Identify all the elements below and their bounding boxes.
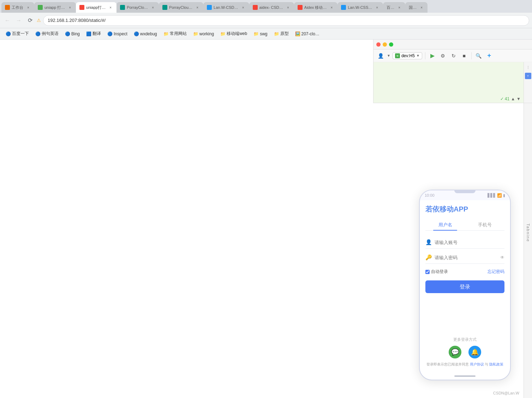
ide-check-count: ✓ 41 — [500, 96, 510, 101]
tab-uniapp2[interactable]: uniapp打… × — [76, 2, 116, 13]
tab-close-aidex[interactable]: × — [286, 5, 291, 10]
ide-sidebar-icon-1[interactable]: ⋮ — [525, 64, 532, 71]
bookmark-bing[interactable]: 🔵 Bing — [62, 30, 83, 38]
phone-bottom-bar — [420, 373, 510, 380]
bookmark-translate[interactable]: 🟦 翻译 — [83, 30, 104, 38]
login-tab-phone[interactable]: 手机号 — [465, 220, 504, 230]
ide-collapse-up-button[interactable]: ▲ — [511, 96, 515, 101]
bookmark-swg[interactable]: 📁 swg — [251, 30, 270, 38]
tab-porray2[interactable]: PorrayClou… × — [159, 2, 203, 13]
bookmark-label-wxdebug: wxdebug — [140, 31, 157, 36]
tab-close-other1[interactable]: × — [397, 5, 402, 10]
bookmark-wxdebug[interactable]: 🔵 wxdebug — [131, 30, 160, 38]
bookmark-prototype[interactable]: 📁 原型 — [271, 30, 292, 38]
bookmark-example-en[interactable]: 🔵 例句英语 — [32, 30, 61, 38]
address-bar: ← → ⟳ ⚠ — [0, 13, 532, 28]
bookmarks-bar: 🔵 百度一下 🔵 例句英语 🔵 Bing 🟦 翻译 🔵 Inspect 🔵 wx… — [0, 28, 532, 40]
tab-aidex[interactable]: aidex- CSD… × — [249, 2, 294, 13]
ide-dev-selector[interactable]: u dev:H5 ▼ — [393, 52, 422, 59]
tab-porray1[interactable]: PorrayClo… × — [116, 2, 159, 13]
watermark: CSDN@Lan.W — [493, 391, 519, 395]
bookmark-mobileweb[interactable]: 📁 移动端web — [217, 30, 250, 38]
account-input[interactable] — [435, 240, 504, 245]
bookmark-common[interactable]: 📁 常用网站 — [161, 30, 190, 38]
tab-lanw[interactable]: Lan.W-CSD… × — [203, 2, 249, 13]
tab-other2[interactable]: 国… × — [405, 2, 428, 13]
tab-close-lanw[interactable]: × — [241, 5, 246, 10]
bookmark-label-working: working — [199, 31, 214, 36]
reload-button[interactable]: ⟳ — [25, 16, 35, 25]
address-input[interactable] — [43, 15, 529, 26]
phone-notch — [454, 190, 476, 193]
tab-close-uniapp1[interactable]: × — [67, 5, 72, 10]
tab-close-other2[interactable]: × — [419, 5, 424, 10]
login-tabs: 用户名 手机号 — [425, 220, 504, 231]
tab-label-other1: 百… — [387, 5, 394, 10]
password-input[interactable] — [435, 255, 497, 260]
bookmark-label-translate: 翻译 — [92, 31, 101, 37]
tab-label-aidex2: Aidex 移动… — [304, 5, 327, 10]
tab-other1[interactable]: 百… × — [383, 2, 405, 13]
bookmark-label-example-en: 例句英语 — [42, 31, 59, 37]
account-field: 👤 — [425, 236, 504, 249]
ide-minimize-button[interactable] — [383, 42, 387, 47]
tab-aidex2[interactable]: Aidex 移动… × — [294, 2, 338, 13]
agreement-prefix: 登录即表示您已阅读并同意 — [426, 362, 469, 366]
ide-expand-down-button[interactable]: ▼ — [516, 96, 521, 101]
eye-icon[interactable]: 👁 — [500, 255, 504, 260]
prototype-icon: 📁 — [274, 31, 279, 36]
wechat-icon: 💬 — [451, 348, 459, 356]
ide-run-button[interactable]: ▶ — [428, 52, 437, 60]
tab-lanw2[interactable]: Lan.W-CSS… × — [337, 2, 383, 13]
forward-button[interactable]: → — [14, 16, 23, 25]
login-tab-username[interactable]: 用户名 — [425, 220, 465, 230]
wechat-login-button[interactable]: 💬 — [449, 346, 461, 358]
ide-close-button[interactable] — [376, 42, 381, 47]
ide-titlebar — [373, 40, 532, 49]
tab-close-porray2[interactable]: × — [195, 5, 200, 10]
ide-refresh-button[interactable]: ↻ — [449, 52, 458, 60]
app-title: 若依移动APP — [425, 204, 504, 214]
notification-login-button[interactable]: 🔔 — [468, 346, 481, 358]
tab-close-lanw2[interactable]: × — [375, 5, 379, 10]
ide-maximize-button[interactable] — [389, 42, 393, 47]
ide-stop-button[interactable]: ■ — [460, 52, 468, 60]
bookmark-label-cloud207: 207-clo… — [301, 31, 319, 36]
tabnine-text: Tabnine — [526, 224, 530, 242]
forgot-password-link[interactable]: 忘记密码 — [488, 269, 504, 275]
tab-close-aidex2[interactable]: × — [329, 5, 334, 10]
bookmark-cloud207[interactable]: 🖼️ 207-clo… — [292, 30, 322, 38]
bing-icon: 🔵 — [65, 31, 70, 36]
user-agreement-link[interactable]: 用户协议 — [470, 362, 484, 366]
bookmark-inspect[interactable]: 🔵 Inspect — [104, 30, 130, 38]
ide-panel: 👤 ▼ u dev:H5 ▼ ▶ ⚙ ↻ ■ 🔍 + — [373, 40, 532, 103]
bookmark-baidu[interactable]: 🔵 百度一下 — [3, 30, 32, 38]
ide-add-button[interactable]: + — [485, 52, 494, 60]
tab-favicon-porray2 — [162, 5, 167, 10]
security-warning-icon: ⚠ — [37, 18, 41, 23]
bookmark-label-inspect: Inspect — [114, 31, 127, 36]
bookmark-working[interactable]: 📁 working — [190, 30, 217, 38]
auto-login-checkbox[interactable] — [425, 270, 430, 274]
ide-sidebar-tabnine-icon[interactable]: T — [525, 73, 531, 79]
baidu-icon: 🔵 — [6, 31, 11, 36]
bookmark-label-bing: Bing — [71, 31, 80, 36]
privacy-policy-link[interactable]: 隐私政策 — [489, 362, 503, 366]
back-button[interactable]: ← — [3, 16, 12, 25]
ide-settings-button[interactable]: ⚙ — [439, 52, 447, 60]
bookmark-label-baidu: 百度一下 — [12, 31, 29, 37]
tab-close-porray1[interactable]: × — [150, 5, 155, 10]
tab-favicon-porray1 — [120, 5, 125, 10]
login-button[interactable]: 登录 — [425, 280, 504, 293]
more-login-section: 更多登录方式 💬 🔔 登录即表示您已阅读并同意 用户协议 与 隐私政策 — [425, 337, 504, 367]
tab-uniapp1[interactable]: uniapp 打… × — [34, 2, 76, 13]
tab-workbench[interactable]: 工作台 × — [1, 2, 34, 13]
ide-user-button[interactable]: 👤 — [376, 52, 385, 60]
bookmark-label-common: 常用网站 — [170, 31, 187, 37]
tab-close-uniapp2[interactable]: × — [108, 5, 113, 10]
common-icon: 📁 — [163, 31, 168, 36]
tab-close-workbench[interactable]: × — [26, 5, 31, 10]
tabnine-label: Tabnine — [524, 68, 532, 398]
ide-search-button[interactable]: 🔍 — [474, 52, 483, 60]
bookmark-label-mobileweb: 移动端web — [227, 31, 247, 37]
